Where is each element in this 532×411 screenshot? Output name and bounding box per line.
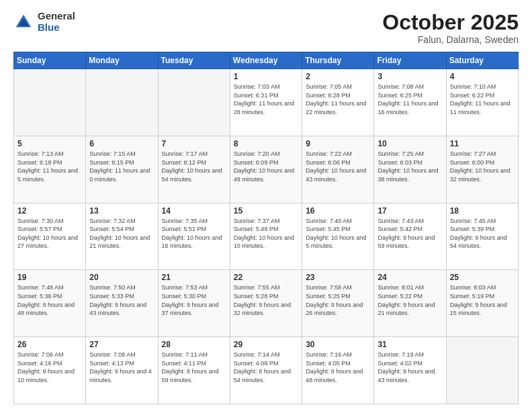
day-number: 5	[17, 139, 82, 148]
day-number: 22	[234, 273, 298, 282]
calendar-cell: 3Sunrise: 7:08 AM Sunset: 6:25 PM Daylig…	[374, 69, 446, 136]
calendar-cell: 20Sunrise: 7:50 AM Sunset: 5:33 PM Dayli…	[86, 270, 158, 337]
day-info: Sunrise: 7:37 AM Sunset: 5:48 PM Dayligh…	[234, 217, 298, 250]
calendar-cell: 25Sunrise: 8:03 AM Sunset: 5:19 PM Dayli…	[446, 270, 518, 337]
calendar-cell: 12Sunrise: 7:30 AM Sunset: 5:57 PM Dayli…	[14, 203, 86, 270]
day-info: Sunrise: 7:25 AM Sunset: 6:03 PM Dayligh…	[378, 150, 442, 183]
day-info: Sunrise: 7:16 AM Sunset: 4:05 PM Dayligh…	[306, 351, 370, 384]
day-number: 26	[17, 340, 82, 349]
day-number: 17	[378, 206, 442, 216]
header-thursday: Thursday	[302, 52, 374, 69]
calendar-title: October 2025	[382, 11, 519, 34]
calendar-cell	[14, 69, 86, 136]
calendar-cell: 26Sunrise: 7:06 AM Sunset: 4:16 PM Dayli…	[14, 337, 86, 404]
day-number: 15	[234, 206, 298, 216]
calendar-cell: 8Sunrise: 7:20 AM Sunset: 6:09 PM Daylig…	[230, 136, 302, 203]
day-info: Sunrise: 7:35 AM Sunset: 5:51 PM Dayligh…	[162, 217, 226, 250]
day-info: Sunrise: 7:11 AM Sunset: 4:11 PM Dayligh…	[162, 351, 226, 384]
day-info: Sunrise: 7:10 AM Sunset: 6:22 PM Dayligh…	[450, 83, 515, 116]
calendar-cell: 5Sunrise: 7:13 AM Sunset: 6:18 PM Daylig…	[14, 136, 86, 203]
day-number: 7	[162, 139, 226, 148]
calendar-cell: 1Sunrise: 7:03 AM Sunset: 6:31 PM Daylig…	[230, 69, 302, 136]
day-info: Sunrise: 7:55 AM Sunset: 5:28 PM Dayligh…	[234, 283, 298, 317]
calendar-cell: 14Sunrise: 7:35 AM Sunset: 5:51 PM Dayli…	[158, 203, 230, 270]
calendar-cell	[446, 337, 518, 404]
day-number: 24	[378, 273, 442, 282]
calendar-cell: 19Sunrise: 7:48 AM Sunset: 5:36 PM Dayli…	[14, 270, 86, 337]
calendar-week-5: 26Sunrise: 7:06 AM Sunset: 4:16 PM Dayli…	[14, 337, 519, 404]
calendar-cell: 30Sunrise: 7:16 AM Sunset: 4:05 PM Dayli…	[302, 337, 374, 404]
day-number: 16	[306, 206, 370, 216]
day-info: Sunrise: 7:17 AM Sunset: 6:12 PM Dayligh…	[162, 150, 226, 183]
logo-text: General Blue	[38, 11, 75, 33]
calendar-week-2: 5Sunrise: 7:13 AM Sunset: 6:18 PM Daylig…	[14, 136, 519, 203]
day-info: Sunrise: 7:20 AM Sunset: 6:09 PM Dayligh…	[234, 150, 298, 183]
header-monday: Monday	[86, 52, 158, 69]
calendar-cell: 4Sunrise: 7:10 AM Sunset: 6:22 PM Daylig…	[446, 69, 518, 136]
day-info: Sunrise: 7:40 AM Sunset: 5:45 PM Dayligh…	[306, 217, 370, 250]
day-info: Sunrise: 7:13 AM Sunset: 6:18 PM Dayligh…	[17, 150, 82, 183]
day-info: Sunrise: 7:14 AM Sunset: 4:08 PM Dayligh…	[234, 351, 298, 384]
day-info: Sunrise: 7:08 AM Sunset: 6:25 PM Dayligh…	[378, 83, 442, 116]
calendar-cell: 28Sunrise: 7:11 AM Sunset: 4:11 PM Dayli…	[158, 337, 230, 404]
day-info: Sunrise: 7:27 AM Sunset: 6:00 PM Dayligh…	[450, 150, 515, 183]
day-number: 10	[378, 139, 442, 148]
day-number: 8	[234, 139, 298, 148]
day-info: Sunrise: 8:01 AM Sunset: 5:22 PM Dayligh…	[378, 283, 442, 317]
day-info: Sunrise: 7:05 AM Sunset: 6:28 PM Dayligh…	[306, 83, 370, 116]
day-info: Sunrise: 7:58 AM Sunset: 5:25 PM Dayligh…	[306, 283, 370, 317]
day-info: Sunrise: 8:03 AM Sunset: 5:19 PM Dayligh…	[450, 283, 515, 317]
header-wednesday: Wednesday	[230, 52, 302, 69]
day-number: 20	[89, 273, 154, 282]
day-number: 11	[450, 139, 515, 148]
calendar-cell: 16Sunrise: 7:40 AM Sunset: 5:45 PM Dayli…	[302, 203, 374, 270]
calendar-cell: 23Sunrise: 7:58 AM Sunset: 5:25 PM Dayli…	[302, 270, 374, 337]
calendar-cell: 27Sunrise: 7:08 AM Sunset: 4:13 PM Dayli…	[86, 337, 158, 404]
day-number: 19	[17, 273, 82, 282]
day-number: 13	[89, 206, 154, 216]
day-number: 25	[450, 273, 515, 282]
calendar-cell: 21Sunrise: 7:53 AM Sunset: 5:30 PM Dayli…	[158, 270, 230, 337]
day-info: Sunrise: 7:48 AM Sunset: 5:36 PM Dayligh…	[17, 283, 82, 317]
day-number: 14	[162, 206, 226, 216]
calendar-cell: 9Sunrise: 7:22 AM Sunset: 6:06 PM Daylig…	[302, 136, 374, 203]
day-number: 6	[89, 139, 154, 148]
calendar-cell: 17Sunrise: 7:43 AM Sunset: 5:42 PM Dayli…	[374, 203, 446, 270]
days-header-row: Sunday Monday Tuesday Wednesday Thursday…	[14, 52, 519, 69]
header: General Blue October 2025 Falun, Dalarna…	[13, 11, 519, 45]
day-info: Sunrise: 7:32 AM Sunset: 5:54 PM Dayligh…	[89, 217, 154, 250]
day-number: 9	[306, 139, 370, 148]
logo-icon	[13, 12, 34, 32]
calendar-week-3: 12Sunrise: 7:30 AM Sunset: 5:57 PM Dayli…	[14, 203, 519, 270]
day-info: Sunrise: 7:19 AM Sunset: 4:02 PM Dayligh…	[378, 351, 442, 384]
calendar-cell: 6Sunrise: 7:15 AM Sunset: 6:15 PM Daylig…	[86, 136, 158, 203]
title-block: October 2025 Falun, Dalarna, Sweden	[382, 11, 519, 45]
calendar-table: Sunday Monday Tuesday Wednesday Thursday…	[13, 52, 519, 404]
day-info: Sunrise: 7:45 AM Sunset: 5:39 PM Dayligh…	[450, 217, 515, 250]
day-number: 18	[450, 206, 515, 216]
logo: General Blue	[13, 11, 75, 33]
day-number: 21	[162, 273, 226, 282]
day-number: 4	[450, 72, 515, 81]
calendar-cell: 31Sunrise: 7:19 AM Sunset: 4:02 PM Dayli…	[374, 337, 446, 404]
day-info: Sunrise: 7:50 AM Sunset: 5:33 PM Dayligh…	[89, 283, 154, 317]
calendar-cell: 2Sunrise: 7:05 AM Sunset: 6:28 PM Daylig…	[302, 69, 374, 136]
logo-general-text: General	[38, 11, 75, 22]
calendar-cell: 29Sunrise: 7:14 AM Sunset: 4:08 PM Dayli…	[230, 337, 302, 404]
header-saturday: Saturday	[446, 52, 518, 69]
calendar-cell: 18Sunrise: 7:45 AM Sunset: 5:39 PM Dayli…	[446, 203, 518, 270]
calendar-cell: 22Sunrise: 7:55 AM Sunset: 5:28 PM Dayli…	[230, 270, 302, 337]
day-info: Sunrise: 7:08 AM Sunset: 4:13 PM Dayligh…	[89, 351, 154, 384]
day-info: Sunrise: 7:30 AM Sunset: 5:57 PM Dayligh…	[17, 217, 82, 250]
day-number: 12	[17, 206, 82, 216]
page: General Blue October 2025 Falun, Dalarna…	[0, 0, 532, 411]
day-info: Sunrise: 7:22 AM Sunset: 6:06 PM Dayligh…	[306, 150, 370, 183]
calendar-week-4: 19Sunrise: 7:48 AM Sunset: 5:36 PM Dayli…	[14, 270, 519, 337]
day-number: 2	[306, 72, 370, 81]
header-friday: Friday	[374, 52, 446, 69]
day-number: 29	[234, 340, 298, 349]
day-number: 3	[378, 72, 442, 81]
calendar-cell	[86, 69, 158, 136]
day-info: Sunrise: 7:06 AM Sunset: 4:16 PM Dayligh…	[17, 351, 82, 384]
day-info: Sunrise: 7:53 AM Sunset: 5:30 PM Dayligh…	[162, 283, 226, 317]
